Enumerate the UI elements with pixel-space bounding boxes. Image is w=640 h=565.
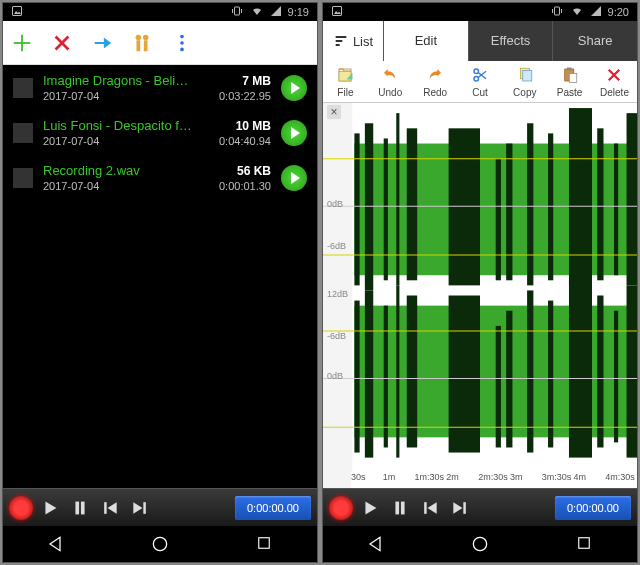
svg-point-9 (143, 34, 149, 40)
play-track-button[interactable] (281, 120, 307, 146)
back-nav-icon[interactable] (365, 534, 385, 554)
svg-point-12 (180, 47, 184, 51)
track-duration: 0:04:40.94 (219, 135, 271, 147)
delete-button[interactable] (51, 32, 73, 54)
svg-rect-88 (578, 538, 589, 549)
svg-point-11 (180, 41, 184, 45)
copy-label: Copy (513, 87, 536, 98)
track-date: 2017-07-04 (43, 135, 209, 147)
svg-rect-0 (13, 7, 22, 16)
cut-button[interactable]: Cut (458, 65, 502, 98)
list-label: List (353, 34, 373, 49)
tools-button[interactable] (131, 32, 153, 54)
file-button[interactable]: File (323, 65, 367, 98)
undo-button[interactable]: Undo (368, 65, 412, 98)
status-bar: 9:20 (323, 3, 637, 21)
back-nav-icon[interactable] (45, 534, 65, 554)
checkbox[interactable] (13, 123, 33, 143)
home-nav-icon[interactable] (470, 534, 490, 554)
svg-rect-7 (144, 40, 148, 51)
more-button[interactable] (171, 32, 193, 54)
track-list: Imagine Dragons - Believe... 2017-07-04 … (3, 65, 317, 488)
tab-edit[interactable]: Edit (383, 21, 468, 61)
paste-icon (560, 65, 580, 85)
close-wave-icon[interactable]: × (327, 105, 341, 119)
svg-rect-68 (548, 301, 553, 448)
svg-rect-52 (506, 144, 512, 281)
next-button[interactable] (447, 495, 473, 521)
waveform-area[interactable]: × 0dB -6dB 12dB -6dB 0dB 30s 1m 1m:30s 2… (323, 103, 637, 488)
svg-rect-2 (234, 7, 239, 15)
forward-button[interactable] (91, 32, 113, 54)
undo-icon (380, 65, 400, 85)
edit-toolbar: File Undo Redo Cut Copy Paste Delete (323, 61, 637, 103)
time-tick: 3m:30s (542, 472, 574, 488)
play-button[interactable] (357, 495, 383, 521)
track-row[interactable]: Imagine Dragons - Believe... 2017-07-04 … (3, 65, 317, 110)
redo-button[interactable]: Redo (413, 65, 457, 98)
svg-rect-16 (104, 502, 107, 514)
prev-button[interactable] (97, 495, 123, 521)
svg-rect-51 (496, 159, 501, 281)
track-row[interactable]: Recording 2.wav 2017-07-04 56 KB 0:00:01… (3, 155, 317, 200)
file-icon (335, 65, 355, 85)
play-track-button[interactable] (281, 165, 307, 191)
play-track-button[interactable] (281, 75, 307, 101)
time-tick: 30s (351, 472, 383, 488)
time-tick: 3m (510, 472, 542, 488)
time-tick: 2m (446, 472, 478, 488)
record-button[interactable] (9, 496, 33, 520)
recent-nav-icon[interactable] (255, 534, 275, 554)
play-button[interactable] (37, 495, 63, 521)
player-time: 0:00:00.00 (235, 496, 311, 520)
pause-button[interactable] (67, 495, 93, 521)
svg-marker-19 (133, 502, 142, 514)
status-bar: 9:19 (3, 3, 317, 21)
svg-rect-15 (81, 501, 85, 514)
tab-effects[interactable]: Effects (468, 21, 553, 61)
svg-rect-18 (143, 502, 146, 514)
track-name: Recording 2.wav (43, 163, 193, 178)
db-label: 0dB (327, 199, 343, 209)
copy-icon (515, 65, 535, 85)
record-button[interactable] (329, 496, 353, 520)
svg-marker-17 (108, 502, 117, 514)
svg-point-10 (180, 34, 184, 38)
time-axis: 30s 1m 1m:30s 2m 2m:30s 3m 3m:30s 4m 4m:… (351, 472, 637, 488)
vibrate-icon (230, 5, 244, 19)
svg-marker-28 (591, 6, 601, 16)
track-date: 2017-07-04 (43, 180, 209, 192)
track-duration: 0:03:22.95 (219, 90, 271, 102)
list-button[interactable]: List (323, 21, 383, 61)
svg-point-8 (136, 34, 142, 40)
checkbox[interactable] (13, 78, 33, 98)
cut-label: Cut (472, 87, 488, 98)
editor-tabs: List Edit Effects Share (323, 21, 637, 61)
redo-icon (425, 65, 445, 85)
home-nav-icon[interactable] (150, 534, 170, 554)
prev-button[interactable] (417, 495, 443, 521)
paste-label: Paste (557, 87, 583, 98)
paste-button[interactable]: Paste (548, 65, 592, 98)
time-tick: 4m:30s (605, 472, 637, 488)
track-size: 56 KB (219, 164, 271, 178)
checkbox[interactable] (13, 168, 33, 188)
tab-share[interactable]: Share (552, 21, 637, 61)
recent-nav-icon[interactable] (575, 534, 595, 554)
status-time: 9:20 (608, 6, 629, 18)
time-tick: 2m:30s (478, 472, 510, 488)
copy-button[interactable]: Copy (503, 65, 547, 98)
svg-rect-65 (496, 326, 501, 448)
track-name: Luis Fonsi - Despacito ft. ... (43, 118, 193, 133)
track-row[interactable]: Luis Fonsi - Despacito ft. ... 2017-07-0… (3, 110, 317, 155)
db-label: 12dB (327, 289, 348, 299)
svg-rect-39 (567, 68, 572, 71)
wifi-icon (570, 5, 584, 19)
svg-marker-86 (370, 537, 380, 550)
delete-tool-button[interactable]: Delete (592, 65, 636, 98)
svg-rect-59 (354, 301, 359, 453)
next-button[interactable] (127, 495, 153, 521)
add-button[interactable] (11, 32, 33, 54)
pause-button[interactable] (387, 495, 413, 521)
undo-label: Undo (378, 87, 402, 98)
